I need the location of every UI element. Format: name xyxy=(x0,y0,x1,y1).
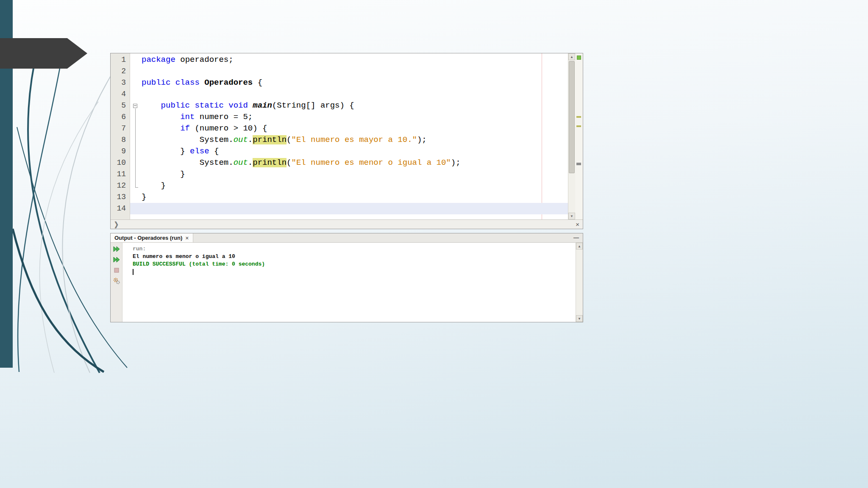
rerun-debug-button[interactable] xyxy=(113,256,120,263)
line-number: 13 xyxy=(111,191,130,203)
output-console[interactable]: run:El numero es menor o igual a 10BUILD… xyxy=(122,243,576,322)
stripe-caret-mark[interactable] xyxy=(576,163,581,165)
output-toolbar xyxy=(111,243,122,322)
line-number: 3 xyxy=(111,77,130,89)
code-line: } xyxy=(130,191,568,203)
stripe-warning-mark[interactable] xyxy=(576,125,581,127)
scroll-down-icon[interactable]: ▼ xyxy=(576,315,583,322)
output-line: BUILD SUCCESSFUL (total time: 0 seconds) xyxy=(133,261,576,268)
code-line: } xyxy=(130,180,568,191)
code-line-current xyxy=(130,203,568,214)
stop-button[interactable] xyxy=(113,266,120,274)
code-line: System.out.println("El numero es menor o… xyxy=(130,157,568,169)
line-number: 1 xyxy=(111,54,130,66)
line-number-gutter: 1234567891011121314 xyxy=(111,53,130,219)
output-line: run: xyxy=(133,245,576,253)
rerun-icon xyxy=(113,245,120,253)
tab-output-operadores-run[interactable]: Output - Operadores (run) × xyxy=(111,233,193,242)
output-line: El numero es menor o igual a 10 xyxy=(133,253,576,261)
tab-title: Output - Operadores (run) xyxy=(114,235,182,241)
code-editor-window: 1234567891011121314 package operadores;p… xyxy=(110,53,583,229)
output-body: run:El numero es menor o igual a 10BUILD… xyxy=(111,243,583,322)
editor-scrollbar[interactable]: ▲ ▼ xyxy=(568,53,575,219)
scroll-up-icon[interactable]: ▲ xyxy=(576,243,583,250)
presentation-slide: 1234567891011121314 package operadores;p… xyxy=(0,0,868,488)
output-scrollbar[interactable]: ▲ ▼ xyxy=(576,243,583,322)
code-lines: package operadores;public class Operador… xyxy=(130,54,568,214)
rerun-button[interactable] xyxy=(113,245,120,253)
stop-icon xyxy=(113,266,120,274)
code-line: public static void main(String[] args) { xyxy=(130,100,568,111)
line-number: 4 xyxy=(111,89,130,100)
text-cursor xyxy=(133,269,134,275)
output-window: Output - Operadores (run) × — xyxy=(110,233,583,322)
line-number: 10 xyxy=(111,157,130,169)
scrollbar-thumb[interactable] xyxy=(569,61,575,173)
error-stripe xyxy=(575,53,583,219)
line-number: 11 xyxy=(111,169,130,180)
code-line xyxy=(130,89,568,100)
gear-icon xyxy=(113,277,120,285)
breadcrumb-bar: ❯ × xyxy=(111,219,583,229)
ant-settings-button[interactable] xyxy=(113,277,120,285)
rerun-debug-icon xyxy=(113,256,120,263)
breadcrumb-close-icon[interactable]: × xyxy=(576,221,579,227)
code-line: } xyxy=(130,169,568,180)
code-line: package operadores; xyxy=(130,54,568,66)
code-line: System.out.println("El numero es mayor a… xyxy=(130,134,568,146)
code-line: int numero = 5; xyxy=(130,111,568,123)
tab-close-icon[interactable]: × xyxy=(185,235,189,241)
chevron-right-icon[interactable]: ❯ xyxy=(114,221,119,228)
code-line: if (numero > 10) { xyxy=(130,123,568,134)
code-line: public class Operadores { xyxy=(130,77,568,89)
code-line: } else { xyxy=(130,146,568,157)
line-number: 14 xyxy=(111,203,130,214)
line-number: 12 xyxy=(111,180,130,191)
line-number: 5 xyxy=(111,100,130,111)
code-area[interactable]: package operadores;public class Operador… xyxy=(130,53,568,219)
line-number: 6 xyxy=(111,111,130,123)
editor-main: 1234567891011121314 package operadores;p… xyxy=(111,53,583,219)
scroll-up-icon[interactable]: ▲ xyxy=(568,53,575,60)
line-number: 2 xyxy=(111,66,130,77)
code-line xyxy=(130,66,568,77)
line-number: 9 xyxy=(111,146,130,157)
code-fold-toggle-icon[interactable] xyxy=(133,104,137,108)
minimize-icon[interactable]: — xyxy=(573,234,579,241)
file-ok-indicator xyxy=(577,55,581,60)
output-lines: run:El numero es menor o igual a 10BUILD… xyxy=(133,245,576,268)
output-tab-bar: Output - Operadores (run) × — xyxy=(111,233,583,243)
line-number: 8 xyxy=(111,134,130,146)
scroll-down-icon[interactable]: ▼ xyxy=(568,213,575,219)
stripe-warning-mark[interactable] xyxy=(576,116,581,118)
line-number: 7 xyxy=(111,123,130,134)
